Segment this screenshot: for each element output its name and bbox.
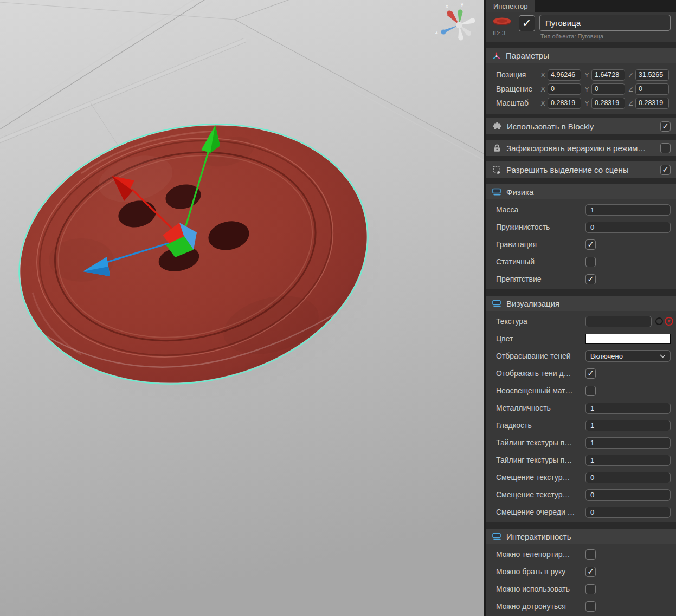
section-header-2[interactable]: Интерактивность (486, 529, 676, 544)
axis-x-label: x (446, 3, 448, 9)
transform-row-label: Вращение (496, 85, 540, 93)
3d-viewport[interactable]: x y z (0, 0, 484, 616)
toggle-row-0[interactable]: Использовать в Blockly✓ (486, 118, 676, 134)
value-input[interactable]: 0 (585, 222, 671, 233)
texture-pick-icon[interactable] (655, 317, 663, 325)
transform-z-input[interactable]: 0.28319 (635, 98, 669, 109)
inspector-tabbar: Инспектор (486, 0, 676, 12)
check-icon: ✓ (662, 122, 669, 130)
component-icon (492, 532, 501, 541)
object-thumbnail[interactable] (492, 15, 512, 28)
checkbox[interactable] (585, 549, 596, 560)
transform-block: ПозицияX4.96246Y1.64728Z31.5265ВращениеX… (486, 63, 676, 114)
checkbox[interactable] (585, 386, 596, 396)
tab-inspector[interactable]: Инспектор (486, 0, 535, 12)
transform-z-input[interactable]: 31.5265 (635, 69, 669, 81)
value-input[interactable]: 1 (585, 455, 671, 466)
checkbox[interactable] (585, 257, 596, 267)
property-label: Можно брать в руку (496, 567, 585, 576)
component-icon (492, 187, 501, 196)
property-row: Смещение текстур…0 (486, 469, 676, 486)
color-swatch[interactable] (585, 334, 671, 344)
transform-y-input[interactable]: 1.64728 (591, 69, 625, 81)
checkbox[interactable]: ✓ (585, 567, 596, 577)
checkbox[interactable]: ✓ (660, 121, 671, 132)
property-row: Отображать тени д…✓ (486, 365, 676, 382)
property-row: Смещение текстур…0 (486, 486, 676, 503)
value-input[interactable]: 1 (585, 420, 671, 431)
section-header-parameters[interactable]: Параметры (486, 48, 676, 63)
checkbox[interactable]: ✓ (585, 239, 596, 250)
checkbox[interactable]: ✓ (660, 165, 671, 175)
property-label: Металличность (496, 404, 585, 412)
scene-canvas: x y z (0, 0, 484, 616)
object-active-checkbox[interactable]: ✓ (519, 15, 535, 31)
inspector-panel: Инспектор ID: 3 ✓ Пуговица Тип объекта: … (484, 0, 676, 616)
axis-letter-z: Z (628, 85, 633, 93)
transform-x-input[interactable]: 0 (548, 83, 581, 95)
scene-select-icon (492, 165, 501, 174)
property-label: Смещение текстур… (496, 473, 585, 482)
check-icon: ✓ (587, 567, 594, 575)
check-icon: ✓ (587, 275, 594, 283)
inspector-body: ПараметрыПозицияX4.96246Y1.64728Z31.5265… (486, 42, 676, 616)
property-row: Смещение очереди …0 (486, 503, 676, 521)
transform-y-input[interactable]: 0 (591, 83, 625, 95)
section-block-2: Можно телепортир…Можно брать в руку✓Можн… (486, 544, 676, 616)
property-label: Гладкость (496, 421, 585, 430)
property-row: Отбрасывание тенейВключено (486, 347, 676, 365)
axis-letter-z: Z (628, 71, 633, 79)
transform-y-input[interactable]: 0.28319 (591, 98, 625, 109)
value-input[interactable]: 1 (585, 437, 671, 449)
object-header: ID: 3 ✓ Пуговица Тип объекта: Пуговица (486, 12, 676, 42)
value-input[interactable]: 1 (585, 204, 671, 216)
transform-x-input[interactable]: 0.28319 (548, 98, 581, 109)
section-header-0[interactable]: Физика (486, 184, 676, 199)
toggle-row-2[interactable]: Разрешить выделение со сцены✓ (486, 161, 676, 178)
property-row: Тайлинг текстуры п…1 (486, 451, 676, 469)
value-input[interactable]: 0 (585, 472, 671, 483)
axes-icon (492, 51, 501, 60)
texture-remove-icon[interactable]: ✕ (665, 317, 673, 326)
checkbox[interactable]: ✓ (585, 368, 596, 379)
transform-row-label: Позиция (496, 70, 540, 79)
property-label: Пружинистость (496, 223, 585, 231)
transform-row: ПозицияX4.96246Y1.64728Z31.5265 (486, 68, 676, 82)
toggle-row-1[interactable]: Зафиксировать иерархию в режим… (486, 140, 676, 156)
checkbox[interactable]: ✓ (585, 274, 596, 284)
texture-input[interactable] (585, 316, 652, 327)
checkbox[interactable] (585, 584, 596, 594)
object-name-input[interactable]: Пуговица (539, 15, 671, 31)
property-row: Тайлинг текстуры п…1 (486, 434, 676, 451)
property-label: Неосвещенный мат… (496, 386, 585, 395)
transform-row-label: Масштаб (496, 99, 540, 107)
value-input[interactable]: 0 (585, 507, 671, 518)
axis-z-label: z (435, 29, 438, 35)
property-label: Можно использовать (496, 585, 585, 593)
property-label: Тайлинг текстуры п… (496, 438, 585, 447)
property-row: Гладкость1 (486, 417, 676, 434)
transform-z-input[interactable]: 0 (635, 83, 669, 95)
checkbox[interactable] (585, 601, 596, 612)
transform-x-input[interactable]: 4.96246 (548, 69, 581, 81)
checkbox[interactable] (660, 143, 671, 153)
property-label: Статичный (496, 257, 585, 266)
property-row: Можно брать в руку✓ (486, 563, 676, 580)
chevron-down-icon (660, 354, 666, 358)
value-input[interactable]: 0 (585, 489, 671, 501)
axis-letter-z: Z (628, 99, 633, 107)
property-label: Масса (496, 205, 585, 214)
check-icon: ✓ (662, 165, 669, 173)
app: x y z Инспектор ID: 3 ✓ Пуговица Тип объ… (0, 0, 676, 616)
property-label: Можно дотронуться (496, 602, 585, 611)
axis-letter-y: Y (584, 71, 589, 79)
axis-y-label: y (461, 1, 463, 7)
property-row: Можно дотронуться (486, 598, 676, 615)
check-icon: ✓ (522, 17, 532, 29)
value-input[interactable]: 1 (585, 403, 671, 414)
property-row: Цвет (486, 330, 676, 347)
select-box[interactable]: Включено (585, 350, 671, 362)
section-header-1[interactable]: Визуализация (486, 296, 676, 311)
axis-letter-y: Y (584, 85, 589, 93)
axis-letter-x: X (540, 85, 545, 93)
